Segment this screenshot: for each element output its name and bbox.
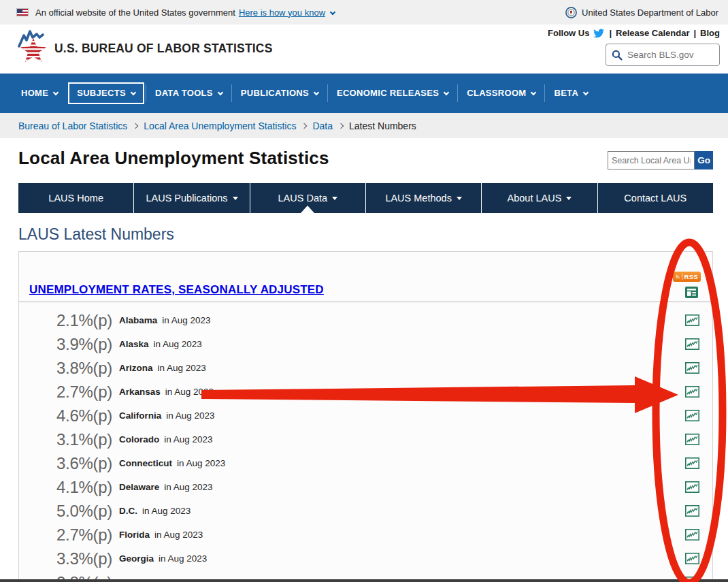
rate-period: in Aug 2023 <box>159 553 207 564</box>
gov-banner: An official website of the United States… <box>0 0 728 25</box>
bottom-divider <box>0 579 728 582</box>
chart-icon[interactable] <box>685 362 699 374</box>
rss-label: RSS <box>684 273 698 280</box>
chart-icon[interactable] <box>685 314 699 326</box>
state-name: Colorado <box>119 434 159 444</box>
breadcrumb-data[interactable]: Data <box>312 120 333 131</box>
tab-laus-data[interactable]: LAUS Data <box>250 183 366 213</box>
go-button[interactable]: Go <box>695 151 713 169</box>
state-name: Connecticut <box>119 458 172 468</box>
rate-row: 4.1%(p) Delaware in Aug 2023 <box>19 475 712 499</box>
tab-laus-home[interactable]: LAUS Home <box>18 183 134 213</box>
nav-item-home[interactable]: HOME <box>12 84 67 102</box>
chart-icon[interactable] <box>685 386 699 398</box>
state-name: Arizona <box>119 363 153 373</box>
bls-search-input[interactable] <box>627 50 709 60</box>
rate-row: 5.0%(p) D.C. in Aug 2023 <box>19 499 712 523</box>
breadcrumb-bls[interactable]: Bureau of Labor Statistics <box>18 120 127 131</box>
rate-value: 2.7%(p) <box>56 383 119 402</box>
rate-row: 3.3%(p) Georgia in Aug 2023 <box>19 547 712 570</box>
rate-period: in Aug 2023 <box>162 315 210 325</box>
rate-row: 2.1%(p) Alabama in Aug 2023 <box>19 308 712 332</box>
official-site-text: An official website of the United States… <box>35 7 235 18</box>
dol-label[interactable]: United States Department of Labor <box>582 7 718 18</box>
rate-row: 3.9%(p) Alaska in Aug 2023 <box>19 332 712 356</box>
caret-down-icon <box>332 197 337 200</box>
breadcrumb-chevron-icon <box>301 123 307 128</box>
twitter-icon[interactable] <box>593 29 605 38</box>
laus-search-input[interactable] <box>608 151 695 169</box>
tab-about-laus[interactable]: About LAUS <box>482 183 597 213</box>
breadcrumb: Bureau of Labor Statistics Local Area Un… <box>0 113 728 138</box>
sep2: | <box>693 28 696 38</box>
rate-row: 2.7%(p) Florida in Aug 2023 <box>19 523 712 547</box>
blog-link[interactable]: Blog <box>700 28 720 38</box>
chevron-down-icon <box>53 90 59 95</box>
rate-row: 3.8%(p) Arizona in Aug 2023 <box>19 356 712 380</box>
chart-icon[interactable] <box>685 457 699 469</box>
section-heading: LAUS Latest Numbers <box>18 224 713 244</box>
rate-value: 3.6%(p) <box>56 454 119 473</box>
rss-button[interactable]: RSS <box>673 272 701 282</box>
rate-period: in Aug 2023 <box>154 339 202 349</box>
release-calendar-link[interactable]: Release Calendar <box>616 28 689 38</box>
breadcrumb-laus[interactable]: Local Area Unemployment Statistics <box>144 120 296 131</box>
caret-down-icon <box>233 197 238 200</box>
tab-laus-methods[interactable]: LAUS Methods <box>366 183 482 213</box>
bls-search-box[interactable] <box>606 44 720 66</box>
breadcrumb-chevron-icon <box>338 123 344 128</box>
rate-value: 4.1%(p) <box>56 478 119 497</box>
chart-icon[interactable] <box>685 529 699 540</box>
latest-numbers-panel: UNEMPLOYMENT RATES, SEASONALLY ADJUSTED … <box>18 251 713 582</box>
table-view-icon[interactable] <box>685 287 698 301</box>
rate-row: 4.6%(p) California in Aug 2023 <box>19 404 712 427</box>
chart-icon[interactable] <box>685 481 699 493</box>
chart-icon[interactable] <box>685 505 699 517</box>
nav-item-classroom[interactable]: CLASSROOM <box>457 84 544 102</box>
rate-value: 2.7%(p) <box>56 526 119 545</box>
bls-brand[interactable]: U.S. BUREAU OF LABOR STATISTICS <box>18 30 273 67</box>
nav-item-publications[interactable]: PUBLICATIONS <box>231 84 327 102</box>
rate-period: in Aug 2023 <box>165 387 214 397</box>
follow-us-link[interactable]: Follow Us <box>548 28 589 38</box>
chevron-down-icon <box>531 90 536 95</box>
rate-row: 3.1%(p) Colorado in Aug 2023 <box>19 427 712 451</box>
rate-row: 2.7%(p) Arkansas in Aug 2023 <box>19 380 712 404</box>
tab-contact-laus[interactable]: Contact LAUS <box>598 183 713 213</box>
unemployment-rates-link[interactable]: UNEMPLOYMENT RATES, SEASONALLY ADJUSTED <box>29 283 324 297</box>
tab-laus-publications[interactable]: LAUS Publications <box>134 183 250 213</box>
bls-logo-icon <box>18 30 49 67</box>
rss-separator <box>682 274 682 280</box>
rate-period: in Aug 2023 <box>164 482 212 492</box>
chart-icon[interactable] <box>685 410 699 421</box>
chart-icon[interactable] <box>685 338 699 350</box>
chevron-down-icon <box>314 90 319 95</box>
chevron-down-icon <box>218 90 223 95</box>
chevron-down-icon <box>131 90 136 95</box>
state-name: Alabama <box>119 315 157 325</box>
header-utility-links: Follow Us | Release Calendar | Blog <box>548 28 720 38</box>
how-you-know-link[interactable]: Here is how you know <box>239 7 325 18</box>
state-name: Delaware <box>119 482 159 492</box>
laus-tab-bar: LAUS Home LAUS Publications LAUS Data LA… <box>18 183 713 213</box>
breadcrumb-chevron-icon <box>133 123 138 128</box>
state-name: California <box>119 410 161 421</box>
rate-value: 3.1%(p) <box>56 430 119 449</box>
rate-value: 4.6%(p) <box>56 406 119 425</box>
chevron-down-icon <box>444 90 449 95</box>
caret-down-icon <box>566 197 572 200</box>
nav-item-data-tools[interactable]: DATA TOOLS <box>146 84 231 102</box>
chart-icon[interactable] <box>685 553 699 564</box>
rates-list: 2.1%(p) Alabama in Aug 2023 3.9%(p) Alas… <box>19 302 712 582</box>
rate-value: 3.3%(p) <box>56 549 119 568</box>
chevron-down-icon[interactable] <box>330 10 335 15</box>
nav-item-beta[interactable]: BETA <box>544 84 597 102</box>
chart-icon[interactable] <box>685 434 699 445</box>
rss-icon <box>676 273 680 280</box>
dol-seal-icon <box>565 7 577 18</box>
nav-item-subjects[interactable]: SUBJECTS <box>68 82 144 104</box>
state-name: Georgia <box>119 553 154 564</box>
nav-item-economic-releases[interactable]: ECONOMIC RELEASES <box>327 84 457 102</box>
breadcrumb-current: Latest Numbers <box>349 120 416 131</box>
chevron-down-icon <box>583 90 589 95</box>
